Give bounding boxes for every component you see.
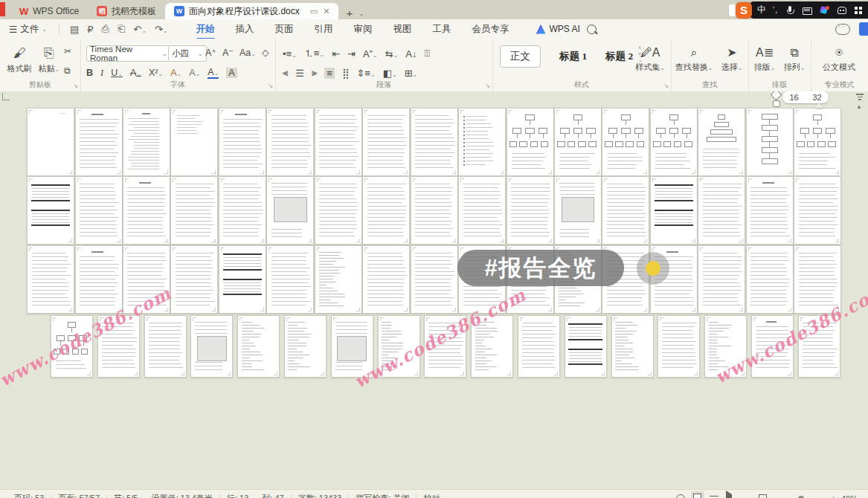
page-thumbnail[interactable] bbox=[602, 176, 649, 245]
font-color-button[interactable]: A⌄ bbox=[208, 67, 219, 79]
canvas-sort-icon[interactable] bbox=[856, 92, 864, 102]
page-thumbnail[interactable] bbox=[650, 176, 698, 245]
print-button[interactable]: ⎙ bbox=[102, 23, 109, 35]
page-thumbnail[interactable] bbox=[219, 245, 266, 314]
sort-button[interactable]: A↓ bbox=[405, 48, 417, 59]
page-thumbnail[interactable] bbox=[170, 176, 218, 245]
page-thumbnail[interactable] bbox=[794, 176, 841, 245]
font-size-select[interactable]: 小四 ⌄ bbox=[168, 45, 207, 62]
skin-paint-icon[interactable] bbox=[819, 5, 829, 16]
page-thumbnail[interactable] bbox=[75, 245, 123, 314]
bullets-button[interactable]: •≡⌄ bbox=[283, 48, 297, 59]
tab-review[interactable]: 审阅 bbox=[344, 20, 383, 39]
slider-secondary-handle[interactable] bbox=[773, 100, 780, 107]
save-button[interactable]: ▤ bbox=[70, 24, 79, 35]
tab-view[interactable]: 视图 bbox=[383, 20, 422, 39]
font-dialog-launcher[interactable]: ↘ bbox=[268, 83, 273, 89]
page-thumbnail[interactable] bbox=[507, 108, 554, 176]
tab-close-icon[interactable]: ✕ bbox=[323, 7, 329, 16]
file-menu-button[interactable]: ☰ 文件 ⌄ bbox=[0, 23, 54, 36]
arrange-button[interactable]: ⧉ 排列⌄ bbox=[779, 44, 809, 73]
highlight-color-button[interactable]: A⌄ bbox=[189, 68, 200, 78]
new-tab-button[interactable]: + bbox=[346, 7, 353, 19]
page-thumbnail[interactable] bbox=[123, 108, 170, 176]
tab-tools[interactable]: 工具 bbox=[422, 20, 462, 39]
outline-view-icon[interactable] bbox=[710, 494, 718, 498]
page-thumbnail[interactable] bbox=[650, 108, 698, 176]
official-doc-button[interactable]: ⍟ 公文模式 bbox=[816, 44, 862, 73]
status-proofread[interactable]: 校对 bbox=[417, 493, 446, 498]
increase-indent-button[interactable]: ⇥ bbox=[347, 48, 356, 59]
page-thumbnail[interactable] bbox=[507, 176, 554, 245]
style-set-button[interactable]: 🖉A 样式集⌄ bbox=[631, 44, 669, 73]
status-section[interactable]: 节: 5/5 bbox=[107, 493, 144, 498]
page-thumbnail[interactable] bbox=[518, 315, 560, 378]
page-thumbnail[interactable] bbox=[266, 245, 314, 314]
tab-document-active[interactable]: W 面向对象程序设计课设.docx ▭ ✕ bbox=[165, 3, 338, 19]
tab-insert[interactable]: 插入 bbox=[225, 20, 265, 39]
ruler-toggle-icon[interactable] bbox=[2, 93, 10, 100]
page-thumbnail[interactable] bbox=[27, 245, 74, 314]
page-thumbnail[interactable] bbox=[27, 176, 74, 245]
line-spacing-button[interactable]: ⇕≡⌄ bbox=[356, 68, 375, 79]
page-thumbnail[interactable] bbox=[219, 108, 266, 176]
account-avatar[interactable] bbox=[859, 22, 868, 36]
status-spellcheck[interactable]: 拼写检查: 关闭 bbox=[349, 493, 416, 498]
page-thumbnail[interactable] bbox=[315, 245, 362, 314]
play-view-icon[interactable] bbox=[726, 491, 732, 498]
superscript-button[interactable]: X²⌄ bbox=[149, 68, 163, 78]
export-pdf-button[interactable]: ₽ bbox=[87, 24, 93, 35]
page-thumbnail[interactable] bbox=[362, 245, 410, 314]
page-thumbnail[interactable] bbox=[27, 108, 74, 176]
print-preview-button[interactable]: ⎗ bbox=[118, 23, 125, 35]
page-thumbnail[interactable] bbox=[190, 315, 233, 378]
copy-button[interactable]: ⧉ bbox=[64, 65, 71, 76]
page-thumbnail[interactable] bbox=[746, 245, 794, 314]
bold-button[interactable]: B bbox=[86, 68, 93, 78]
shading-button[interactable]: ◧⌄ bbox=[383, 68, 397, 79]
document-canvas[interactable]: www.code386.com www.code386.com www.code… bbox=[0, 91, 868, 489]
fullscreen-icon[interactable] bbox=[759, 494, 767, 498]
page-thumbnail[interactable] bbox=[170, 108, 218, 176]
italic-button[interactable]: I bbox=[100, 68, 103, 79]
tab-member[interactable]: 会员专享 bbox=[462, 20, 520, 39]
zoom-slider-thumb[interactable] bbox=[798, 496, 804, 498]
tab-home[interactable]: 开始 bbox=[186, 20, 225, 39]
borders-button[interactable]: ⊞⌄ bbox=[405, 68, 418, 79]
page-thumbnail[interactable] bbox=[123, 176, 170, 245]
status-setting-value[interactable]: 设置值: 13.4毫米 bbox=[144, 493, 219, 498]
page-thumbnail[interactable] bbox=[658, 315, 700, 378]
cloud-sync-icon[interactable] bbox=[835, 24, 850, 35]
page-thumbnail[interactable] bbox=[315, 176, 362, 245]
strikethrough-button[interactable]: A⌄ bbox=[130, 68, 141, 78]
page-thumbnail[interactable] bbox=[554, 176, 602, 245]
ime-lang-toggle[interactable]: 中 bbox=[757, 4, 766, 16]
undo-button[interactable]: ↶⌄ bbox=[133, 24, 147, 35]
cut-button[interactable]: ✂ bbox=[64, 46, 71, 56]
decrease-indent-button[interactable]: ⇤ bbox=[332, 48, 340, 59]
page-thumbnail[interactable] bbox=[315, 108, 362, 176]
keyboard-icon[interactable] bbox=[802, 5, 812, 16]
distribute-button[interactable]: ⣿ bbox=[342, 68, 350, 79]
page-thumbnail[interactable] bbox=[602, 108, 649, 176]
page-thumbnail[interactable] bbox=[144, 315, 187, 378]
page-thumbnail[interactable] bbox=[237, 315, 280, 378]
find-replace-button[interactable]: ⌕ 查找替换⌄ bbox=[672, 44, 716, 73]
char-shading-button[interactable]: A bbox=[226, 68, 237, 78]
ime-menu-grid-icon[interactable] bbox=[853, 5, 864, 16]
page-thumbnail[interactable] bbox=[266, 108, 314, 176]
change-case-button[interactable]: Aa⌄ bbox=[239, 48, 256, 58]
microphone-icon[interactable] bbox=[785, 5, 795, 16]
cjk-layout-button[interactable]: A”⌄ bbox=[363, 48, 378, 59]
status-page-count[interactable]: 页面: 57/57 bbox=[51, 493, 106, 498]
page-thumbnail[interactable] bbox=[75, 108, 123, 176]
clear-format-button[interactable]: ◇ bbox=[262, 47, 269, 58]
page-view-icon[interactable] bbox=[693, 494, 701, 498]
paragraph-dialog-launcher[interactable]: ↘ bbox=[485, 83, 490, 89]
align-left-button[interactable]: ⫷ bbox=[283, 67, 288, 79]
wps-ai-button[interactable]: WPS AI bbox=[536, 24, 597, 34]
tab-list-caret-icon[interactable]: ⌄ bbox=[359, 10, 364, 17]
grow-font-button[interactable]: A⁺ bbox=[205, 47, 216, 58]
underline-button[interactable]: U⌄ bbox=[111, 68, 123, 78]
page-thumbnail[interactable] bbox=[170, 245, 218, 314]
